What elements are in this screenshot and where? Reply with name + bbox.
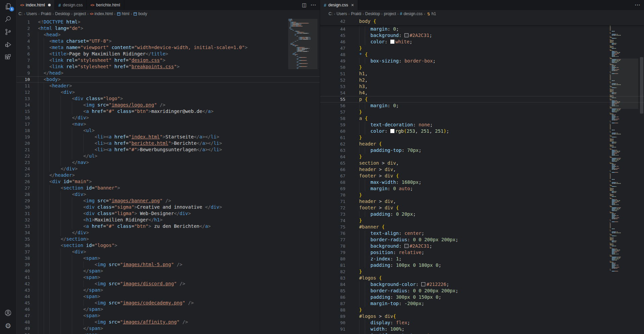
line-number[interactable]: 11 <box>16 83 34 89</box>
line-number[interactable]: 46 <box>320 39 350 45</box>
modified-dot-icon[interactable] <box>48 4 51 6</box>
code-line[interactable]: 6 <title>Page by Maximilien Ridinger</ti… <box>16 51 320 57</box>
code-line[interactable]: 7 <link rel="stylesheet" href="design.cs… <box>16 57 320 64</box>
code-line[interactable]: 60 color: rgb(253, 251, 251); <box>320 128 644 134</box>
more-actions-icon[interactable]: ··· <box>635 2 641 8</box>
line-number[interactable]: 64 <box>320 154 350 160</box>
line-number[interactable]: 29 <box>16 198 34 204</box>
line-number[interactable]: 53 <box>320 83 350 90</box>
source-control-icon[interactable] <box>0 26 16 38</box>
line-number[interactable]: 83 <box>320 275 350 281</box>
breadcrumb-item-design-css[interactable]: #design.css <box>400 11 422 16</box>
explorer-icon[interactable]: 1 <box>0 0 16 13</box>
minimap[interactable] <box>610 19 638 334</box>
code-line[interactable]: 89#logos > div{ <box>320 313 644 320</box>
code-line[interactable]: 54h4, <box>320 90 644 96</box>
line-number[interactable]: 63 <box>320 147 350 154</box>
code-line[interactable]: 8 <link rel="stylesheet" href="breakpoin… <box>16 64 320 70</box>
code-line[interactable]: 37 <div> <box>16 249 320 255</box>
line-number[interactable]: 66 <box>320 166 350 173</box>
line-number[interactable]: 42 <box>16 281 34 287</box>
code-line[interactable]: 5 <meta name="viewport" content="width=d… <box>16 44 320 51</box>
code-line[interactable]: 64} <box>320 154 644 160</box>
code-line[interactable]: 56 margin: 0; <box>320 102 644 109</box>
code-line[interactable]: 82} <box>320 268 644 275</box>
line-number[interactable]: 87 <box>320 300 350 307</box>
code-line[interactable]: 85 border-radius: 0 0 200px 200px; <box>320 288 644 294</box>
line-number[interactable]: 48 <box>320 51 350 58</box>
line-number[interactable]: 9 <box>16 70 34 76</box>
line-number[interactable]: 47 <box>320 45 350 51</box>
line-number[interactable]: 33 <box>16 223 34 229</box>
breadcrumb-item-html[interactable]: html <box>117 11 130 16</box>
line-number[interactable]: 23 <box>16 159 34 166</box>
code-line[interactable]: 38 <span> <box>16 255 320 261</box>
code-line[interactable]: 72footer > div { <box>320 205 644 211</box>
code-line[interactable]: 21 <li><a href="#">Bewerbungsunterlagen<… <box>16 147 320 153</box>
tab-index-html[interactable]: <>index.html <box>16 0 55 10</box>
code-line[interactable]: 24 </div> <box>16 166 320 172</box>
minimap-slider[interactable] <box>610 58 638 109</box>
line-number[interactable]: 48 <box>16 319 34 325</box>
line-number[interactable]: 45 <box>320 32 350 39</box>
line-number[interactable]: 52 <box>320 77 350 83</box>
code-line[interactable]: 48 <img src="images/affinity.png" /> <box>16 319 320 325</box>
line-number[interactable]: 82 <box>320 268 350 275</box>
line-number[interactable]: 37 <box>16 249 34 255</box>
editor-index-html[interactable]: 1<!DOCTYPE html>2<html lang="de">3 <head… <box>16 17 320 334</box>
line-number[interactable]: 43 <box>16 287 34 293</box>
line-number[interactable]: 6 <box>16 51 34 57</box>
line-number[interactable]: 69 <box>320 185 350 192</box>
line-number[interactable]: 41 <box>16 274 34 281</box>
code-line[interactable]: 39 <img src="images/html-5.png" /> <box>16 261 320 268</box>
tab-design-css[interactable]: #design.css <box>55 0 87 10</box>
code-line[interactable]: 16 </div> <box>16 115 320 121</box>
code-line[interactable]: 47} <box>320 45 644 51</box>
line-number[interactable]: 92 <box>320 332 350 334</box>
code-line[interactable]: 17 <nav> <box>16 121 320 127</box>
breadcrumb-item-C-[interactable]: C: <box>329 11 333 16</box>
line-number[interactable]: 19 <box>16 134 34 140</box>
code-line[interactable]: 49 box-sizing: border-box; <box>320 58 644 64</box>
code-line[interactable]: 92 justify-content: center; <box>320 332 644 334</box>
code-line[interactable]: 13 <div class="logo"> <box>16 95 320 102</box>
breadcrumb-item-Prakti[interactable]: Prakti <box>41 11 51 16</box>
code-line[interactable]: 15 <a href="#" class="btn">maxridinger@w… <box>16 108 320 115</box>
line-number[interactable]: 39 <box>16 261 34 268</box>
code-line[interactable]: 1<!DOCTYPE html> <box>16 19 320 25</box>
code-line[interactable]: 45 <img src="images/codecademy.png" /> <box>16 300 320 306</box>
code-line[interactable]: 65section > div, <box>320 160 644 166</box>
line-number[interactable]: 60 <box>320 128 350 134</box>
code-line[interactable]: 86 padding: 300px 0 150px 0; <box>320 294 644 300</box>
run-debug-icon[interactable] <box>0 38 16 51</box>
breadcrumb-item-Desktop[interactable]: Desktop <box>55 11 70 16</box>
code-line[interactable]: 69 margin: 0 auto; <box>320 185 644 192</box>
line-number[interactable]: 51 <box>320 71 350 77</box>
code-line[interactable]: 19 <li><a href="index.html">Startseite</… <box>16 134 320 140</box>
code-line[interactable]: 62header { <box>320 141 644 147</box>
breadcrumb-item-h1[interactable]: h1 <box>427 11 436 16</box>
code-line[interactable]: 30 <div class="sigma">Creative and innov… <box>16 204 320 210</box>
line-number[interactable]: 30 <box>16 204 34 210</box>
line-number[interactable]: 34 <box>16 229 34 236</box>
code-line[interactable]: 22 </ul> <box>16 153 320 159</box>
code-line[interactable]: 46 </span> <box>16 306 320 312</box>
code-line[interactable]: 70} <box>320 192 644 198</box>
code-line[interactable]: 52h2, <box>320 77 644 83</box>
line-number[interactable]: 50 <box>16 332 34 334</box>
line-number[interactable]: 86 <box>320 294 350 300</box>
breadcrumb-item-C-[interactable]: C: <box>18 11 23 16</box>
code-line[interactable]: 11 <header> <box>16 83 320 89</box>
line-number[interactable]: 35 <box>16 236 34 242</box>
code-line[interactable]: 4 <meta charset="UTF-8"> <box>16 38 320 44</box>
line-number[interactable]: 44 <box>16 293 34 300</box>
code-line[interactable]: 71header > div, <box>320 198 644 205</box>
code-line[interactable]: 68 max-width: 1680px; <box>320 179 644 185</box>
code-line[interactable]: 80 z-index: 1; <box>320 256 644 262</box>
line-number[interactable]: 73 <box>320 211 350 217</box>
line-number[interactable]: 67 <box>320 173 350 179</box>
line-number[interactable]: 89 <box>320 313 350 320</box>
code-line[interactable]: 49 </span> <box>16 325 320 332</box>
line-number[interactable]: 45 <box>16 300 34 306</box>
code-line[interactable]: 23 </nav> <box>16 159 320 166</box>
